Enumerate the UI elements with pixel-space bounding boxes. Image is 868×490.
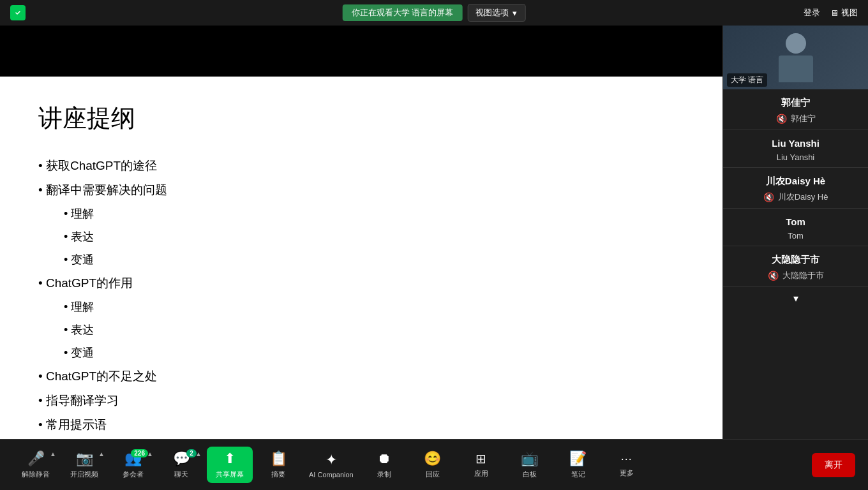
video-arrow: ▲ <box>98 450 105 457</box>
apps-icon: ⊞ <box>475 451 486 466</box>
top-bar-left <box>10 5 26 20</box>
shield-icon <box>10 5 26 20</box>
mic-muted-icon-daisy: 🔇 <box>763 192 774 202</box>
video-label-btn: 开启视频 <box>70 470 98 479</box>
share-screen-button[interactable]: ⬆ 共享屏幕 <box>207 447 253 483</box>
more-label: 更多 <box>620 468 634 478</box>
more-icon: ··· <box>621 452 632 466</box>
whiteboard-button[interactable]: 📺 白板 <box>507 448 553 482</box>
top-bar-right: 登录 🖥 视图 <box>804 7 858 19</box>
top-center: 你正在观看大学 语言的屏幕 视图选项 ▾ <box>343 4 526 22</box>
slide-item-4: • 指导翻译学习 <box>38 389 684 413</box>
share-icon: ⬆ <box>224 450 236 467</box>
video-icon: 📷 <box>76 450 93 467</box>
apps-button[interactable]: ⊞ 应用 <box>458 449 504 481</box>
slide-item-0: • 获取ChatGPT的途径 <box>38 154 684 178</box>
participant-name-tom: Tom <box>731 216 860 227</box>
slide-subitem-2c: • 变通 <box>38 341 684 364</box>
view-button[interactable]: 🖥 视图 <box>830 7 858 19</box>
whiteboard-icon: 📺 <box>521 450 538 467</box>
participants-label: 参会者 <box>123 470 144 479</box>
notes-icon: 📝 <box>569 450 587 467</box>
participants-badge: 226 <box>131 449 148 457</box>
participant-status-daisy: 🔇 川农Daisy Hè <box>731 191 860 203</box>
react-icon: 😊 <box>424 450 441 467</box>
monitor-icon: 🖥 <box>830 8 839 18</box>
ai-icon: ✦ <box>326 452 337 468</box>
slide-subitem-1c: • 变通 <box>38 248 684 271</box>
video-button[interactable]: 📷 开启视频 ▲ <box>61 448 107 482</box>
slide-item-1: • 翻译中需要解决的问题 <box>38 178 684 202</box>
slide-item-5: • 常用提示语 <box>38 413 684 437</box>
screen-badge: 你正在观看大学 语言的屏幕 <box>343 4 463 21</box>
chat-arrow: ▲ <box>195 450 202 457</box>
mute-label: 解除静音 <box>22 470 50 479</box>
top-bar: 你正在观看大学 语言的屏幕 视图选项 ▾ 登录 🖥 视图 <box>0 0 868 26</box>
mute-icon: 🎤 <box>27 450 45 467</box>
react-label: 回应 <box>426 470 440 479</box>
participant-status-tom: Tom <box>731 231 860 241</box>
slide-content: • 获取ChatGPT的途径 • 翻译中需要解决的问题 • 理解 • 表达 <box>38 154 684 437</box>
chat-label: 聊天 <box>174 470 188 479</box>
chevron-down-icon: ▾ <box>513 8 517 18</box>
participant-status-liuyanshi: Liu Yanshi <box>731 152 860 162</box>
participants-arrow: ▲ <box>147 450 153 457</box>
participant-name-liuyanshi: Liu Yanshi <box>731 138 860 149</box>
summary-icon: 📋 <box>270 450 287 467</box>
view-options-button[interactable]: 视图选项 ▾ <box>467 4 525 22</box>
participant-name-daisy: 川农Daisy Hè <box>731 175 860 188</box>
bottom-controls: 🎤 解除静音 ▲ 📷 开启视频 ▲ 👥 226 参会者 ▲ 💬 2 聊天 ▲ ⬆… <box>13 447 812 483</box>
black-top <box>0 26 722 77</box>
video-thumbnail: 大学 语言 <box>723 26 868 89</box>
record-label: 录制 <box>377 470 391 479</box>
chevron-down-icon: ▾ <box>793 293 798 304</box>
person-avatar <box>779 33 813 82</box>
notes-label: 笔记 <box>571 470 585 479</box>
participant-guojaning: 郭佳宁 🔇 郭佳宁 <box>723 89 868 130</box>
ai-label: AI Companion <box>309 471 354 479</box>
person-head <box>786 33 806 54</box>
summary-button[interactable]: 📋 摘要 <box>255 448 301 482</box>
mic-muted-icon-dayinyinyu: 🔇 <box>768 271 779 281</box>
participant-name-guojaning: 郭佳宁 <box>731 97 860 109</box>
more-button[interactable]: ··· 更多 <box>604 450 650 480</box>
share-label: 共享屏幕 <box>216 470 244 479</box>
whiteboard-label: 白板 <box>523 470 537 479</box>
expand-participants-button[interactable]: ▾ <box>723 287 868 309</box>
participant-dayinyinyu: 大隐隐于市 🔇 大隐隐于市 <box>723 246 868 287</box>
center-area: 讲座提纲 • 获取ChatGPT的途径 • 翻译中需要解决的问题 • 理解 <box>0 26 722 439</box>
notes-button[interactable]: 📝 笔记 <box>555 448 601 482</box>
mute-button[interactable]: 🎤 解除静音 ▲ <box>13 448 59 482</box>
slide-area: 讲座提纲 • 获取ChatGPT的途径 • 翻译中需要解决的问题 • 理解 <box>0 77 722 439</box>
person-body <box>779 56 813 82</box>
record-icon: ⏺ <box>377 450 391 467</box>
slide-subitem-2a: • 理解 <box>38 295 684 318</box>
chat-button[interactable]: 💬 2 聊天 ▲ <box>158 448 204 482</box>
right-panel: 大学 语言 郭佳宁 🔇 郭佳宁 Liu Yanshi Liu Yanshi 川农… <box>722 26 868 439</box>
participant-daisy: 川农Daisy Hè 🔇 川农Daisy Hè <box>723 168 868 209</box>
apps-label: 应用 <box>474 469 488 479</box>
record-button[interactable]: ⏺ 录制 <box>361 448 407 482</box>
bottom-bar: 🎤 解除静音 ▲ 📷 开启视频 ▲ 👥 226 参会者 ▲ 💬 2 聊天 ▲ ⬆… <box>0 439 868 490</box>
login-button[interactable]: 登录 <box>804 7 820 19</box>
slide-title: 讲座提纲 <box>38 102 684 135</box>
participant-tom: Tom Tom <box>723 209 868 246</box>
leave-button[interactable]: 离开 <box>812 453 855 477</box>
screen-share-container: 讲座提纲 • 获取ChatGPT的途径 • 翻译中需要解决的问题 • 理解 <box>0 26 722 439</box>
slide-item-3: • ChatGPT的不足之处 <box>38 364 684 389</box>
slide-item-2: • ChatGPT的作用 <box>38 271 684 295</box>
slide-subitem-1a: • 理解 <box>38 202 684 225</box>
slide-subitem-2b: • 表达 <box>38 318 684 341</box>
video-label: 大学 语言 <box>727 73 767 87</box>
participant-status-guojaning: 🔇 郭佳宁 <box>731 113 860 124</box>
react-button[interactable]: 😊 回应 <box>410 448 456 482</box>
slide-subitem-1b: • 表达 <box>38 225 684 248</box>
participants-button[interactable]: 👥 226 参会者 ▲ <box>110 448 156 482</box>
summary-label: 摘要 <box>271 470 285 479</box>
main-content: 讲座提纲 • 获取ChatGPT的途径 • 翻译中需要解决的问题 • 理解 <box>0 26 868 439</box>
ai-companion-button[interactable]: ✦ AI Companion <box>304 449 359 481</box>
participant-name-dayinyinyu: 大隐隐于市 <box>731 254 860 266</box>
mic-muted-icon: 🔇 <box>776 114 787 124</box>
participant-status-dayinyinyu: 🔇 大隐隐于市 <box>731 270 860 281</box>
mute-arrow: ▲ <box>50 450 56 457</box>
